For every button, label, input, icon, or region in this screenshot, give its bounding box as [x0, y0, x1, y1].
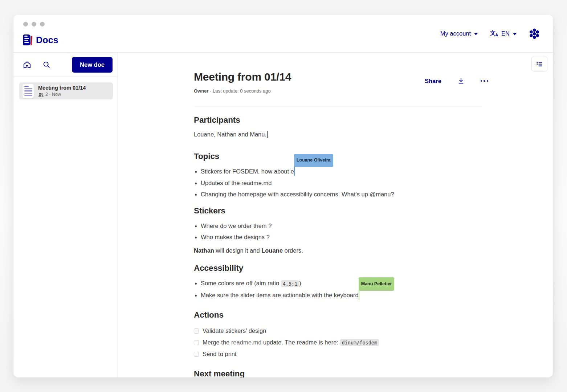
list-item: Where do we order them ?: [194, 220, 484, 232]
task-item: Validate stickers' design: [194, 325, 484, 337]
translate-icon: 文A: [490, 30, 498, 37]
section-heading-stickers: Stickers: [194, 206, 484, 216]
app-header: Docs My account 文A EN: [13, 15, 553, 53]
sidebar-toolbar: New doc: [13, 53, 118, 77]
task-item: Send to print: [194, 348, 484, 360]
document-pane: Meeting from 01/14 Owner · Last update: …: [118, 53, 553, 377]
doc-thumbnail-icon: [23, 84, 34, 98]
new-doc-button[interactable]: New doc: [72, 57, 113, 73]
docs-book-icon: [23, 34, 32, 45]
task-label: Merge the readme.md update. The readme i…: [203, 337, 379, 349]
section-heading-next-meeting: Next meeting: [194, 369, 484, 378]
chevron-down-icon: [474, 33, 478, 35]
collab-cursor-label: Louane Oliveira: [294, 154, 333, 167]
list-item: Make sure the slider items are actionabl…: [194, 290, 484, 301]
task-checkbox[interactable]: [194, 352, 199, 357]
window-dot-icon: [32, 22, 36, 26]
table-of-contents-button[interactable]: [531, 56, 547, 72]
language-label: EN: [501, 30, 510, 37]
search-icon: [42, 61, 50, 69]
chevron-down-icon: [513, 33, 517, 35]
logo-text: Docs: [36, 35, 58, 45]
more-options-button[interactable]: [481, 80, 489, 82]
section-heading-participants: Participants: [194, 115, 484, 125]
list-item: Stickers for FOSDEM, how about eLouane O…: [194, 166, 484, 177]
doc-item-title: Meeting from 01/14: [38, 85, 86, 91]
section-heading-accessibility: Accessibility: [194, 264, 484, 273]
list-summary-icon: [535, 60, 543, 68]
window-dot-icon: [23, 22, 28, 26]
task-checkbox[interactable]: [194, 340, 199, 345]
task-label: Validate stickers' design: [203, 325, 266, 337]
my-account-label: My account: [440, 30, 471, 37]
stickers-note: Nathan will design it and Louane orders.: [194, 245, 484, 257]
list-item: Some colors are off (aim ratio 4.5:1): [194, 278, 484, 290]
window-dot-icon: [40, 22, 45, 26]
editor-content[interactable]: Participants Louane, Nathan and Manu. To…: [194, 115, 484, 377]
sidebar-doc-item[interactable]: Meeting from 01/14 2 · Now: [19, 82, 113, 99]
window-controls: [23, 22, 45, 26]
task-checkbox[interactable]: [194, 328, 199, 334]
accessibility-list: Some colors are off (aim ratio 4.5:1) Ma…: [194, 278, 484, 301]
collab-cursor-label: Manu Pelletier: [359, 277, 395, 291]
home-icon: [23, 61, 31, 69]
actions-checklist: Validate stickers' design Merge the read…: [194, 325, 484, 360]
docs-logo[interactable]: Docs: [23, 34, 58, 45]
app-window: Docs My account 文A EN: [13, 15, 553, 377]
members-icon: [38, 93, 44, 97]
document-toolbar: Share: [425, 75, 488, 87]
list-item: Updates of the readme.md: [194, 177, 484, 189]
text-caret: [267, 131, 268, 138]
collab-cursor-louane: Louane Oliveira: [294, 167, 295, 176]
download-button[interactable]: [457, 77, 465, 85]
readme-link[interactable]: readme.md: [231, 339, 261, 346]
task-item: Merge the readme.md update. The readme i…: [194, 337, 484, 349]
document-title: Meeting from 01/14: [194, 71, 291, 83]
participants-text: Louane, Nathan and Manu.: [194, 130, 484, 139]
home-button[interactable]: [22, 60, 32, 69]
doc-item-meta-text: 2 · Now: [45, 92, 61, 98]
collab-cursor-manu: Manu Pelletier: [359, 291, 359, 299]
apps-waffle-icon[interactable]: [529, 28, 540, 39]
language-dropdown[interactable]: 文A EN: [490, 30, 517, 37]
document-meta: Owner · Last update: 0 seconds ago: [194, 88, 271, 94]
stickers-list: Where do we order them ? Who makes the d…: [194, 220, 484, 243]
topics-list: Stickers for FOSDEM, how about eLouane O…: [194, 166, 484, 200]
list-item: Who makes the designs ?: [194, 232, 484, 243]
inline-code: 4.5:1: [281, 280, 299, 287]
search-button[interactable]: [42, 60, 51, 69]
sidebar: New doc Meeting from 01/14: [13, 53, 118, 377]
task-label: Send to print: [203, 348, 237, 360]
owner-badge: Owner: [194, 88, 208, 94]
share-button[interactable]: Share: [425, 78, 441, 85]
divider: [194, 106, 482, 106]
section-heading-actions: Actions: [194, 310, 484, 320]
header-actions: My account 文A EN: [440, 15, 540, 53]
section-heading-topics: Topics: [194, 152, 484, 161]
my-account-dropdown[interactable]: My account: [440, 30, 478, 37]
inline-code: dinum/fosdem: [340, 339, 379, 346]
list-item: Changing the homepage with accessibility…: [194, 189, 484, 200]
